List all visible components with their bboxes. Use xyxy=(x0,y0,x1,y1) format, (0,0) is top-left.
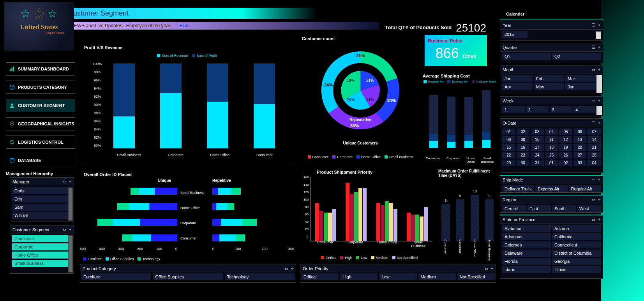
nav-database[interactable]: DATABASE xyxy=(6,154,75,167)
slicer-customer-segment[interactable]: Customer Segment ☲ ⌖ Consumer Corporate … xyxy=(10,225,74,274)
odate-item[interactable]: 04 xyxy=(545,128,558,135)
odate-item[interactable]: 04 xyxy=(588,160,601,166)
manager-item[interactable]: Chris xyxy=(12,187,72,194)
multiselect-icon[interactable]: ☲ xyxy=(592,197,596,202)
state-item[interactable]: Alabama xyxy=(502,225,551,232)
state-item[interactable]: Illinois xyxy=(552,266,601,273)
nav-summary[interactable]: SUMMARY DASHBOARD xyxy=(6,62,75,76)
slicer-region[interactable]: Region☲⌖ Central East South West xyxy=(500,195,603,213)
clear-filter-icon[interactable]: ⌖ xyxy=(598,177,600,182)
odate-item[interactable]: 13 xyxy=(573,136,587,143)
clear-filter-icon[interactable]: ⌖ xyxy=(69,227,71,232)
nav-customer-segment[interactable]: CUSTOMER SEGMENT xyxy=(6,99,75,112)
multiselect-icon[interactable]: ☲ xyxy=(592,67,596,72)
multiselect-icon[interactable]: ☲ xyxy=(592,45,596,50)
odate-item[interactable]: 06 xyxy=(573,128,587,135)
nav-products[interactable]: PRODUCTS CATEGORY xyxy=(6,81,75,94)
odate-item[interactable]: 11 xyxy=(545,136,558,143)
multiselect-icon[interactable]: ☲ xyxy=(485,266,489,271)
multiselect-icon[interactable]: ☲ xyxy=(285,266,289,271)
clear-filter-icon[interactable]: ⌖ xyxy=(598,23,600,28)
odate-item[interactable]: 24 xyxy=(531,152,544,158)
odate-item[interactable]: 08 xyxy=(502,136,515,143)
segment-item[interactable]: Consumer xyxy=(12,235,72,242)
odate-item[interactable]: 25 xyxy=(545,152,558,158)
clear-filter-icon[interactable]: ⌖ xyxy=(598,67,600,72)
odate-item[interactable]: 31 xyxy=(531,160,544,166)
clear-filter-icon[interactable]: ⌖ xyxy=(491,266,493,271)
state-item[interactable]: Georgia xyxy=(552,258,601,265)
odate-item[interactable]: 17 xyxy=(531,144,544,151)
manager-item[interactable]: Erin xyxy=(12,195,72,202)
clear-filter-icon[interactable]: ⌖ xyxy=(598,120,600,125)
odate-item[interactable]: 12 xyxy=(559,136,572,143)
slicer-year[interactable]: Year☲⌖ 2015 xyxy=(500,21,603,41)
slicer-quarter[interactable]: Quarter☲⌖ Q1 Q2 xyxy=(500,43,603,63)
state-item[interactable]: Idaho xyxy=(502,266,551,273)
odate-item[interactable]: 27 xyxy=(573,152,587,158)
multiselect-icon[interactable]: ☲ xyxy=(592,120,596,125)
state-item[interactable]: Connecticut xyxy=(552,241,601,248)
odate-item[interactable]: 22 xyxy=(502,152,515,158)
state-item[interactable]: Arizona xyxy=(552,225,601,232)
nav-logistics[interactable]: LOGISTICS CONTROL xyxy=(6,136,75,149)
odate-item[interactable]: 10 xyxy=(531,136,544,143)
state-item[interactable]: Arkansas xyxy=(502,233,551,240)
slicer-shipmode[interactable]: Ship Mode☲⌖ Delivery Truck Express Air R… xyxy=(500,175,603,193)
odate-item[interactable]: 19 xyxy=(559,144,572,151)
clear-filter-icon[interactable]: ⌖ xyxy=(291,266,293,271)
clear-filter-icon[interactable]: ⌖ xyxy=(598,98,600,103)
odate-item[interactable]: 01 xyxy=(545,160,558,166)
multiselect-icon[interactable]: ☲ xyxy=(592,23,596,28)
multiselect-icon[interactable]: ☲ xyxy=(592,98,596,103)
clear-filter-icon[interactable]: ⌖ xyxy=(69,179,71,184)
odate-item[interactable]: 03 xyxy=(531,128,544,135)
segment-item[interactable]: Small Business xyxy=(12,260,72,267)
odate-item[interactable]: 29 xyxy=(502,160,515,166)
odate-item[interactable]: 16 xyxy=(517,144,530,151)
multiselect-icon[interactable]: ☲ xyxy=(592,177,596,182)
clear-filter-icon[interactable]: ⌖ xyxy=(598,217,600,222)
odate-item[interactable]: 28 xyxy=(588,152,601,158)
state-item[interactable]: Colorado xyxy=(502,241,551,248)
filter-product-category[interactable]: Product Category ☲⌖ Furniture Office Sup… xyxy=(80,264,296,283)
manager-item[interactable]: Sam xyxy=(12,204,72,211)
scrollbar[interactable] xyxy=(68,187,73,221)
odate-item[interactable]: 03 xyxy=(573,160,587,166)
scrollbar[interactable] xyxy=(596,32,601,39)
odate-item[interactable]: 02 xyxy=(517,128,530,135)
segment-item[interactable]: Home Office xyxy=(12,252,72,259)
odate-item[interactable]: 18 xyxy=(545,144,558,151)
odate-item[interactable]: 02 xyxy=(559,160,572,166)
odate-item[interactable]: 07 xyxy=(588,128,601,135)
slicer-odate[interactable]: O-Date☲⌖ 0102030405060708091011121314151… xyxy=(500,118,603,173)
odate-item[interactable]: 09 xyxy=(517,136,530,143)
manager-item[interactable]: William xyxy=(12,212,72,219)
multiselect-icon[interactable]: ☲ xyxy=(63,179,67,184)
odate-item[interactable]: 23 xyxy=(517,152,530,158)
clear-filter-icon[interactable]: ⌖ xyxy=(598,197,600,202)
clear-filter-icon[interactable]: ⌖ xyxy=(598,45,600,50)
filter-order-priority[interactable]: Order Priority ☲⌖ Critical High Low Medi… xyxy=(300,264,496,283)
odate-item[interactable]: 01 xyxy=(502,128,515,135)
scrollbar[interactable] xyxy=(596,75,602,93)
slicer-week[interactable]: Week☲⌖ 1 2 3 4 xyxy=(500,96,603,116)
multiselect-icon[interactable]: ☲ xyxy=(63,227,67,232)
state-item[interactable]: Delaware xyxy=(502,250,551,257)
state-item[interactable]: California xyxy=(552,233,601,240)
odate-item[interactable]: 05 xyxy=(559,128,572,135)
odate-item[interactable]: 14 xyxy=(588,136,601,143)
state-item[interactable]: Florida xyxy=(502,258,551,265)
nav-geographical[interactable]: GEOGRAPHICAL INSIGHTS xyxy=(6,117,75,130)
slicer-month[interactable]: Month☲⌖ Jan Feb Mar Apr May Jun xyxy=(500,65,603,94)
odate-item[interactable]: 26 xyxy=(559,152,572,158)
scrollbar[interactable] xyxy=(68,235,73,273)
state-item[interactable]: District of Columbia xyxy=(552,250,601,257)
slicer-state[interactable]: State or Province☲⌖ AlabamaArizonaArkans… xyxy=(500,215,603,279)
segment-item[interactable]: Corporate xyxy=(12,243,72,250)
odate-item[interactable]: 30 xyxy=(517,160,530,166)
scrollbar[interactable] xyxy=(596,106,602,115)
odate-item[interactable]: 20 xyxy=(573,144,587,151)
odate-item[interactable]: 21 xyxy=(588,144,601,151)
multiselect-icon[interactable]: ☲ xyxy=(592,217,596,222)
